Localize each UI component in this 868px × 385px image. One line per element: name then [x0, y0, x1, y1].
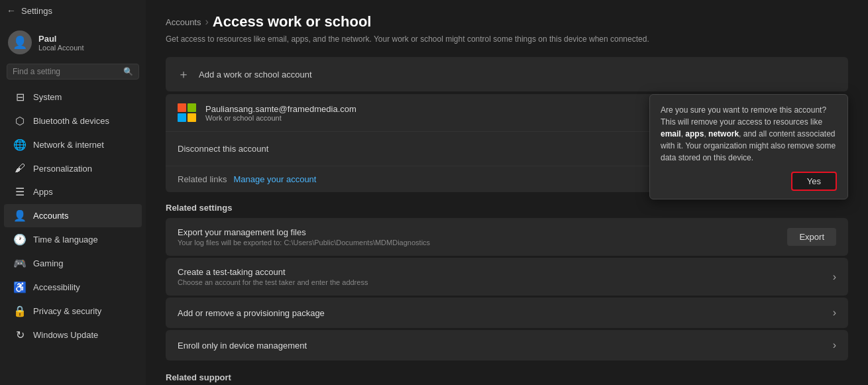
sidebar-item-label-time: Time & language — [33, 235, 98, 245]
personalization-icon: 🖌 — [13, 162, 27, 174]
gaming-icon: 🎮 — [13, 257, 27, 270]
sidebar-item-label-accessibility: Accessibility — [33, 282, 80, 292]
test-taking-title: Create a test-taking account — [178, 267, 368, 277]
sidebar-item-time[interactable]: 🕐 Time & language — [4, 228, 142, 251]
disconnect-this-account-label: Disconnect this account — [178, 144, 268, 154]
user-profile: 👤 Paul Local Account — [0, 21, 146, 61]
confirm-bold-network: network — [708, 129, 739, 138]
sidebar-item-windows-update[interactable]: ↻ Windows Update — [4, 323, 142, 347]
confirm-bold-email: email — [661, 129, 681, 138]
account-type: Local Account — [38, 44, 84, 52]
settings-row-device-mgmt[interactable]: Enroll only in device management › — [166, 330, 848, 360]
sidebar-item-accounts[interactable]: 👤 Accounts — [4, 204, 142, 227]
accounts-icon: 👤 — [13, 209, 27, 222]
export-desc: Your log files will be exported to: C:\U… — [178, 239, 430, 247]
confirm-bold-apps: apps — [685, 129, 704, 138]
settings-title: Settings — [21, 6, 52, 16]
back-arrow-icon[interactable]: ← — [7, 5, 16, 16]
sidebar-item-privacy[interactable]: 🔒 Privacy & security — [4, 300, 142, 323]
privacy-icon: 🔒 — [13, 305, 27, 317]
sidebar-item-label-accounts: Accounts — [33, 211, 68, 221]
export-button[interactable]: Export — [787, 228, 836, 246]
avatar: 👤 — [8, 30, 32, 54]
chevron-icon-test-taking: › — [833, 271, 836, 283]
related-links-label: Related links — [178, 174, 227, 184]
ms-logo-q2 — [188, 103, 196, 112]
confirm-popup-text: Are you sure you want to remove this acc… — [661, 104, 837, 164]
settings-row-provisioning[interactable]: Add or remove a provisioning package › — [166, 298, 848, 328]
sidebar-item-personalization[interactable]: 🖌 Personalization — [4, 157, 142, 180]
windows-update-icon: ↻ — [13, 329, 27, 341]
sidebar-item-label-privacy: Privacy & security — [33, 306, 101, 316]
sidebar-item-label-bluetooth: Bluetooth & devices — [33, 116, 109, 126]
confirm-actions: Yes — [661, 172, 837, 191]
sidebar-item-label-system: System — [33, 92, 62, 102]
main-content: Accounts › Access work or school Get acc… — [146, 0, 868, 385]
device-mgmt-title: Enroll only in device management — [178, 341, 307, 351]
add-account-plus-icon: ＋ — [178, 66, 190, 82]
add-account-card: ＋ Add a work or school account — [166, 57, 848, 91]
add-account-label: Add a work or school account — [199, 70, 312, 80]
sidebar-item-label-gaming: Gaming — [33, 258, 64, 268]
sidebar-nav: ⊟ System ⬡ Bluetooth & devices 🌐 Network… — [0, 85, 146, 347]
provisioning-info: Add or remove a provisioning package — [178, 308, 325, 318]
export-info: Export your management log files Your lo… — [178, 227, 430, 247]
sidebar-item-label-network: Network & internet — [33, 140, 104, 150]
breadcrumb-current: Access work or school — [213, 13, 372, 30]
test-taking-info: Create a test-taking account Choose an a… — [178, 267, 368, 286]
sidebar-item-accessibility[interactable]: ♿ Accessibility — [4, 276, 142, 299]
sidebar-item-gaming[interactable]: 🎮 Gaming — [4, 252, 142, 275]
export-title: Export your management log files — [178, 227, 430, 237]
network-icon: 🌐 — [13, 138, 27, 151]
add-account-row[interactable]: ＋ Add a work or school account — [166, 57, 848, 91]
settings-row-test-taking[interactable]: Create a test-taking account Choose an a… — [166, 258, 848, 296]
device-mgmt-info: Enroll only in device management — [178, 341, 307, 351]
breadcrumb-parent[interactable]: Accounts — [166, 17, 201, 27]
sidebar-item-label-winupdate: Windows Update — [33, 330, 98, 340]
sidebar-item-bluetooth[interactable]: ⬡ Bluetooth & devices — [4, 109, 142, 133]
work-account-card: Are you sure you want to remove this acc… — [166, 94, 848, 131]
sidebar-item-apps[interactable]: ☰ Apps — [4, 180, 142, 203]
accessibility-icon: ♿ — [13, 281, 27, 294]
chevron-icon-provisioning: › — [833, 307, 836, 319]
related-support-title: Related support — [166, 372, 848, 382]
search-input[interactable] — [13, 67, 121, 76]
sidebar-item-label-apps: Apps — [33, 187, 53, 197]
breadcrumb-separator: › — [205, 16, 208, 28]
page-description: Get access to resources like email, apps… — [166, 34, 848, 44]
search-box[interactable]: 🔍 — [7, 64, 139, 80]
time-icon: 🕐 — [13, 233, 27, 246]
confirm-popup: Are you sure you want to remove this acc… — [649, 94, 848, 199]
ms-logo-q1 — [178, 103, 186, 112]
title-bar: ← Settings — [0, 0, 146, 21]
search-icon: 🔍 — [123, 67, 133, 76]
yes-button[interactable]: Yes — [791, 172, 837, 191]
username: Paul — [38, 34, 84, 44]
settings-row-export[interactable]: Export your management log files Your lo… — [166, 218, 848, 256]
sidebar-item-system[interactable]: ⊟ System — [4, 85, 142, 109]
manage-account-link[interactable]: Manage your account — [233, 174, 316, 184]
ms-logo-q4 — [188, 113, 196, 122]
breadcrumb: Accounts › Access work or school — [166, 13, 848, 30]
provisioning-title: Add or remove a provisioning package — [178, 308, 325, 318]
system-icon: ⊟ — [13, 91, 27, 103]
microsoft-logo — [178, 103, 196, 122]
ms-logo-q3 — [178, 113, 186, 122]
apps-icon: ☰ — [13, 186, 27, 198]
sidebar-item-network[interactable]: 🌐 Network & internet — [4, 133, 142, 156]
sidebar-item-label-personalization: Personalization — [33, 164, 92, 174]
test-taking-desc: Choose an account for the test taker and… — [178, 278, 368, 286]
related-settings-title: Related settings — [166, 203, 848, 213]
chevron-icon-device-mgmt: › — [833, 339, 836, 351]
bluetooth-icon: ⬡ — [13, 115, 27, 127]
